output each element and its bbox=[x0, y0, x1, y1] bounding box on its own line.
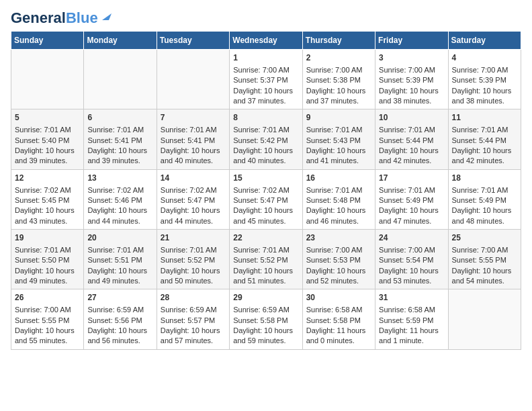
day-number: 6 bbox=[87, 112, 152, 124]
day-info: Daylight: 10 hours and 40 minutes. bbox=[161, 146, 226, 167]
day-number: 15 bbox=[233, 173, 298, 184]
day-header-wednesday: Wednesday bbox=[230, 32, 302, 50]
calendar-cell: 21Sunrise: 7:01 AMSunset: 5:52 PMDayligh… bbox=[157, 230, 229, 289]
day-info: Sunset: 5:47 PM bbox=[161, 195, 226, 205]
day-number: 20 bbox=[87, 232, 152, 244]
calendar-cell: 11Sunrise: 7:01 AMSunset: 5:44 PMDayligh… bbox=[448, 109, 521, 169]
day-info: Daylight: 10 hours and 50 minutes. bbox=[161, 266, 226, 287]
calendar-cell bbox=[157, 50, 229, 109]
day-info: Sunrise: 7:02 AM bbox=[15, 185, 80, 195]
day-info: Sunset: 5:58 PM bbox=[233, 316, 298, 326]
calendar-cell: 26Sunrise: 7:00 AMSunset: 5:55 PMDayligh… bbox=[11, 289, 84, 349]
day-info: Daylight: 10 hours and 38 minutes. bbox=[452, 86, 517, 107]
calendar-cell bbox=[11, 50, 84, 109]
day-info: Sunset: 5:41 PM bbox=[161, 136, 226, 146]
logo-text: GeneralBlue bbox=[11, 11, 98, 26]
day-number: 4 bbox=[452, 52, 517, 64]
day-number: 1 bbox=[233, 52, 298, 64]
calendar-cell: 23Sunrise: 7:00 AMSunset: 5:53 PMDayligh… bbox=[302, 230, 375, 289]
day-number: 11 bbox=[452, 112, 517, 124]
day-info: Sunset: 5:45 PM bbox=[15, 195, 80, 205]
day-info: Daylight: 10 hours and 49 minutes. bbox=[87, 266, 152, 287]
calendar-cell: 4Sunrise: 7:00 AMSunset: 5:39 PMDaylight… bbox=[448, 50, 521, 109]
day-info: Sunset: 5:39 PM bbox=[452, 75, 517, 85]
week-row-4: 19Sunrise: 7:01 AMSunset: 5:50 PMDayligh… bbox=[11, 230, 521, 289]
day-info: Sunrise: 7:01 AM bbox=[306, 125, 371, 135]
week-row-1: 1Sunrise: 7:00 AMSunset: 5:37 PMDaylight… bbox=[11, 50, 521, 109]
day-info: Daylight: 10 hours and 43 minutes. bbox=[15, 205, 80, 226]
calendar-cell: 9Sunrise: 7:01 AMSunset: 5:43 PMDaylight… bbox=[302, 109, 375, 169]
day-info: Daylight: 10 hours and 53 minutes. bbox=[379, 266, 444, 287]
day-info: Sunrise: 7:00 AM bbox=[233, 65, 298, 75]
day-info: Daylight: 10 hours and 44 minutes. bbox=[161, 205, 226, 226]
day-info: Sunrise: 7:00 AM bbox=[306, 245, 371, 255]
day-info: Sunrise: 7:01 AM bbox=[87, 245, 152, 255]
day-number: 7 bbox=[161, 112, 226, 124]
day-info: Daylight: 10 hours and 42 minutes. bbox=[452, 146, 517, 167]
day-info: Sunrise: 7:00 AM bbox=[452, 245, 517, 255]
day-info: Sunrise: 6:58 AM bbox=[306, 305, 371, 315]
calendar-cell: 3Sunrise: 7:00 AMSunset: 5:39 PMDaylight… bbox=[375, 50, 448, 109]
calendar-header-row: SundayMondayTuesdayWednesdayThursdayFrid… bbox=[11, 32, 521, 50]
day-info: Sunset: 5:38 PM bbox=[306, 75, 371, 85]
day-info: Daylight: 10 hours and 59 minutes. bbox=[233, 326, 298, 347]
day-info: Sunrise: 7:01 AM bbox=[233, 125, 298, 135]
calendar-cell: 31Sunrise: 6:58 AMSunset: 5:59 PMDayligh… bbox=[375, 289, 448, 349]
calendar-cell: 25Sunrise: 7:00 AMSunset: 5:55 PMDayligh… bbox=[448, 230, 521, 289]
calendar-cell: 7Sunrise: 7:01 AMSunset: 5:41 PMDaylight… bbox=[157, 109, 229, 169]
day-number: 22 bbox=[233, 232, 298, 244]
week-row-5: 26Sunrise: 7:00 AMSunset: 5:55 PMDayligh… bbox=[11, 289, 521, 349]
calendar-cell: 29Sunrise: 6:59 AMSunset: 5:58 PMDayligh… bbox=[230, 289, 302, 349]
day-info: Sunset: 5:52 PM bbox=[233, 255, 298, 265]
day-info: Daylight: 10 hours and 41 minutes. bbox=[306, 146, 371, 167]
day-info: Sunset: 5:57 PM bbox=[161, 316, 226, 326]
day-info: Daylight: 10 hours and 42 minutes. bbox=[379, 146, 444, 167]
day-info: Daylight: 10 hours and 51 minutes. bbox=[233, 266, 298, 287]
day-info: Sunrise: 7:00 AM bbox=[306, 65, 371, 75]
calendar-cell: 8Sunrise: 7:01 AMSunset: 5:42 PMDaylight… bbox=[230, 109, 302, 169]
day-info: Sunrise: 7:01 AM bbox=[379, 125, 444, 135]
calendar-cell: 2Sunrise: 7:00 AMSunset: 5:38 PMDaylight… bbox=[302, 50, 375, 109]
day-info: Sunrise: 6:59 AM bbox=[87, 305, 152, 315]
day-info: Sunrise: 7:02 AM bbox=[161, 185, 226, 195]
day-info: Daylight: 11 hours and 1 minute. bbox=[379, 326, 444, 347]
day-info: Sunrise: 6:58 AM bbox=[379, 305, 444, 315]
calendar-cell: 28Sunrise: 6:59 AMSunset: 5:57 PMDayligh… bbox=[157, 289, 229, 349]
calendar-cell: 27Sunrise: 6:59 AMSunset: 5:56 PMDayligh… bbox=[84, 289, 157, 349]
day-info: Sunset: 5:41 PM bbox=[87, 136, 152, 146]
day-info: Sunrise: 7:02 AM bbox=[87, 185, 152, 195]
day-info: Sunset: 5:51 PM bbox=[87, 255, 152, 265]
day-info: Sunrise: 6:59 AM bbox=[161, 305, 226, 315]
calendar-cell: 20Sunrise: 7:01 AMSunset: 5:51 PMDayligh… bbox=[84, 230, 157, 289]
day-info: Sunset: 5:37 PM bbox=[233, 75, 298, 85]
day-number: 27 bbox=[87, 292, 152, 304]
calendar-cell: 6Sunrise: 7:01 AMSunset: 5:41 PMDaylight… bbox=[84, 109, 157, 169]
week-row-2: 5Sunrise: 7:01 AMSunset: 5:40 PMDaylight… bbox=[11, 109, 521, 169]
day-info: Sunset: 5:42 PM bbox=[233, 136, 298, 146]
day-info: Sunset: 5:46 PM bbox=[87, 195, 152, 205]
calendar-cell bbox=[84, 50, 157, 109]
day-info: Sunrise: 7:01 AM bbox=[306, 185, 371, 195]
day-info: Daylight: 10 hours and 40 minutes. bbox=[233, 146, 298, 167]
day-number: 5 bbox=[15, 112, 80, 124]
day-info: Sunrise: 7:01 AM bbox=[87, 125, 152, 135]
calendar-cell: 17Sunrise: 7:01 AMSunset: 5:49 PMDayligh… bbox=[375, 169, 448, 229]
svg-marker-0 bbox=[102, 13, 112, 20]
day-number: 8 bbox=[233, 112, 298, 124]
day-header-monday: Monday bbox=[84, 32, 157, 50]
day-info: Daylight: 10 hours and 57 minutes. bbox=[161, 326, 226, 347]
day-info: Daylight: 10 hours and 54 minutes. bbox=[452, 266, 517, 287]
day-info: Sunrise: 7:01 AM bbox=[452, 125, 517, 135]
day-info: Sunrise: 6:59 AM bbox=[233, 305, 298, 315]
day-info: Sunrise: 7:01 AM bbox=[379, 185, 444, 195]
day-info: Daylight: 10 hours and 49 minutes. bbox=[15, 266, 80, 287]
day-info: Daylight: 10 hours and 48 minutes. bbox=[452, 205, 517, 226]
day-info: Sunset: 5:43 PM bbox=[306, 136, 371, 146]
day-number: 25 bbox=[452, 232, 517, 244]
day-number: 3 bbox=[379, 52, 444, 64]
day-number: 23 bbox=[306, 232, 371, 244]
day-header-saturday: Saturday bbox=[448, 32, 521, 50]
calendar-cell: 16Sunrise: 7:01 AMSunset: 5:48 PMDayligh… bbox=[302, 169, 375, 229]
day-info: Sunrise: 7:02 AM bbox=[233, 185, 298, 195]
day-info: Sunset: 5:47 PM bbox=[233, 195, 298, 205]
